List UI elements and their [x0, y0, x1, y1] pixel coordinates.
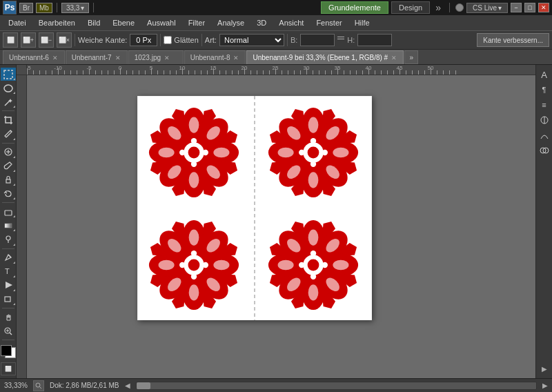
scroll-left-btn[interactable]: ◀	[125, 382, 130, 389]
tabs-bar: Unbenannt-6 ✕ Unbenannt-7 ✕ 1023.jpg ✕ U…	[0, 50, 552, 65]
right-panel-layers-btn[interactable]: ≡	[538, 98, 551, 112]
right-panel-actions-btn[interactable]	[538, 144, 551, 157]
tab-unbenannt8[interactable]: Unbenannt-8 ✕	[184, 50, 246, 64]
dodge-tool[interactable]	[1, 233, 16, 246]
menu-hilfe[interactable]: Hilfe	[349, 17, 375, 28]
zoom-tool[interactable]	[1, 324, 16, 337]
svg-point-76	[189, 230, 199, 246]
tab-close-unbenannt8[interactable]: ✕	[233, 55, 239, 61]
menu-ansicht[interactable]: Ansicht	[273, 17, 309, 28]
svg-point-61	[308, 172, 319, 188]
tab-1023jpg[interactable]: 1023.jpg ✕	[128, 50, 184, 64]
selection-mode-btn[interactable]: ⬜	[3, 32, 18, 48]
lasso-tool[interactable]	[1, 81, 16, 95]
svg-point-42	[159, 148, 175, 158]
document-size: Dok: 2,86 MB/2,61 MB	[50, 382, 119, 389]
eraser-tool[interactable]	[1, 205, 16, 218]
quick-mask-btn[interactable]: ⬜	[1, 362, 16, 375]
kante-verbessern-btn[interactable]: Kante verbessern...	[477, 33, 549, 47]
menu-bearbeiten[interactable]: Bearbeiten	[33, 17, 81, 28]
maximize-btn[interactable]: □	[524, 3, 535, 12]
svg-point-72	[310, 161, 316, 167]
svg-point-47	[188, 147, 200, 159]
br-badge[interactable]: Br	[19, 3, 33, 13]
cs-live-btn[interactable]: CS Live ▾	[466, 3, 508, 13]
heal-brush-tool[interactable]	[1, 146, 16, 159]
subtract-selection-btn[interactable]: ⬜−	[39, 32, 54, 48]
minimize-btn[interactable]: −	[511, 3, 522, 12]
tab-close-1023[interactable]: ✕	[164, 55, 170, 61]
canvas-document	[137, 96, 372, 320]
menu-auswahl[interactable]: Auswahl	[141, 17, 181, 28]
svg-point-50	[179, 150, 185, 155]
right-panel-text-btn[interactable]: A	[538, 68, 551, 81]
svg-rect-7	[5, 210, 12, 215]
h-input[interactable]	[357, 34, 392, 46]
svg-rect-13	[5, 297, 10, 302]
right-panel-channels-btn[interactable]	[538, 113, 551, 127]
svg-point-30	[189, 117, 199, 133]
more-workspaces-btn[interactable]: »	[433, 2, 444, 13]
tab-unbenannt6[interactable]: Unbenannt-6 ✕	[3, 50, 65, 64]
right-panel-paragraph-btn[interactable]: ¶	[538, 83, 551, 97]
menu-fenster[interactable]: Fenster	[310, 17, 347, 28]
menu-analyse[interactable]: Analyse	[212, 17, 250, 28]
svg-rect-6	[6, 179, 10, 183]
menu-filter[interactable]: Filter	[183, 17, 210, 28]
shape-tool[interactable]	[1, 293, 16, 306]
b-label: B:	[290, 36, 297, 44]
design-workspace-btn[interactable]: Design	[391, 1, 430, 14]
hand-tool[interactable]	[1, 311, 16, 324]
tool-separator-4	[2, 248, 14, 249]
foreground-color[interactable]	[1, 345, 12, 356]
svg-point-49	[191, 161, 197, 167]
menu-3d[interactable]: 3D	[251, 17, 272, 28]
right-panel-expand-btn[interactable]: ▶	[538, 362, 551, 375]
gradient-tool[interactable]	[1, 219, 16, 232]
tab-close-unbenannt6[interactable]: ✕	[52, 55, 59, 61]
svg-point-73	[299, 150, 304, 155]
scroll-right-btn[interactable]: ▶	[542, 382, 548, 389]
color-area[interactable]	[1, 345, 16, 358]
right-panel: A ¶ ≡ ▶	[535, 65, 552, 378]
tab-unbenannt7[interactable]: Unbenannt-7 ✕	[66, 50, 128, 64]
pen-tool[interactable]	[1, 251, 16, 264]
b-input[interactable]	[300, 34, 335, 46]
svg-point-97	[203, 262, 208, 268]
scrollbar-thumb[interactable]	[137, 382, 150, 389]
mb-badge[interactable]: Mb	[36, 3, 52, 13]
brush-tool[interactable]	[1, 159, 16, 173]
horizontal-scrollbar[interactable]	[136, 382, 537, 390]
path-select-tool[interactable]	[1, 279, 16, 292]
right-panel-paths-btn[interactable]	[538, 128, 551, 142]
menu-bild[interactable]: Bild	[82, 17, 106, 28]
tab-unbenannt9[interactable]: Unbenannt-9 bei 33,3% (Ebene 1, RGB/8) #…	[246, 50, 404, 64]
crop-tool[interactable]	[1, 113, 16, 126]
svg-point-71	[310, 138, 316, 144]
svg-rect-0	[4, 70, 12, 79]
grundelemente-workspace-btn[interactable]: Grundelemente	[321, 1, 388, 14]
tabs-overflow-btn[interactable]: »	[404, 50, 418, 64]
text-tool[interactable]: T	[1, 265, 16, 278]
swap-wh-btn[interactable]	[337, 37, 344, 43]
softness-input[interactable]	[130, 34, 157, 46]
canvas-viewport[interactable]	[27, 75, 535, 378]
tab-close-unbenannt7[interactable]: ✕	[115, 55, 121, 61]
close-btn[interactable]: ✕	[538, 3, 549, 12]
add-selection-btn[interactable]: ⬜+	[21, 32, 36, 48]
tab-close-unbenannt9[interactable]: ✕	[391, 55, 397, 61]
menu-ebene[interactable]: Ebene	[107, 17, 140, 28]
svg-point-51	[203, 150, 208, 155]
magic-wand-tool[interactable]	[1, 95, 16, 108]
nav-arrows[interactable]: ◀	[125, 382, 130, 389]
smooth-checkbox[interactable]	[164, 36, 172, 44]
status-zoom-icon[interactable]	[33, 380, 44, 391]
intersect-selection-btn[interactable]: ⬜×	[57, 32, 72, 48]
select-rect-tool[interactable]	[1, 68, 16, 81]
stamp-tool[interactable]	[1, 173, 16, 186]
history-brush-tool[interactable]	[1, 187, 16, 200]
ruler-corner	[17, 65, 27, 75]
menu-datei[interactable]: Datei	[3, 17, 32, 28]
eyedropper-tool[interactable]	[1, 128, 16, 141]
art-dropdown[interactable]: Normal Hinzufügen Subtrahieren Schnittme…	[219, 34, 284, 46]
